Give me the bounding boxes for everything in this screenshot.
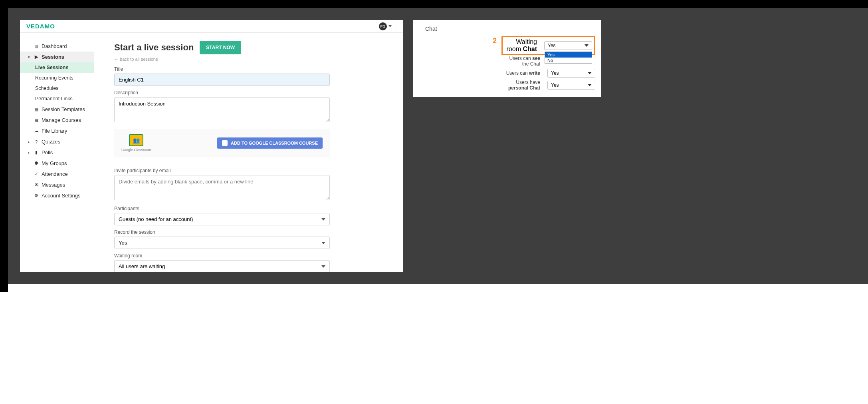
invite-label: Invite participants by email	[114, 168, 330, 173]
help-icon: ?	[34, 139, 39, 144]
chat-settings-panel: Chat 2 Waiting room Chat Yes Yes	[413, 20, 601, 97]
users-see-chat-label: Users can see the Chat	[501, 56, 540, 67]
dropdown-option-no[interactable]: No	[545, 58, 592, 63]
sidebar-label: Permanent Links	[35, 96, 73, 101]
chevron-down-icon: ▾	[28, 55, 31, 59]
courses-icon: ▦	[34, 117, 39, 123]
sidebar-label: Account Settings	[42, 193, 81, 199]
sidebar-item-polls[interactable]: ▸▮ Polls	[20, 147, 94, 158]
sidebar-label: Messages	[42, 182, 65, 188]
poll-icon: ▮	[34, 150, 39, 155]
invite-textarea[interactable]	[114, 175, 330, 200]
page-title: Start a live session	[114, 42, 194, 53]
logo: VEDAMO	[26, 23, 55, 30]
gear-icon: ⚙	[34, 193, 39, 198]
sidebar-label: Schedules	[35, 86, 58, 91]
record-label: Record the session	[114, 229, 330, 235]
sidebar-label: File Library	[42, 128, 67, 134]
play-icon: ▶	[34, 54, 39, 60]
sidebar-item-session-templates[interactable]: ▤ Session Templates	[20, 104, 94, 115]
sidebar-item-schedules[interactable]: Schedules	[20, 83, 94, 94]
sidebar-label: Recurring Events	[35, 75, 73, 81]
sidebar-item-permanent-links[interactable]: Permanent Links	[20, 94, 94, 104]
sidebar-label: My Groups	[42, 160, 67, 166]
main-content: Start a live session START NOW ← back to…	[94, 33, 403, 272]
sidebar-item-dashboard[interactable]: ▥ Dashboard	[20, 41, 94, 52]
waiting-room-chat-dropdown: Yes No	[545, 52, 592, 64]
google-classroom-card: 👥 Google Classroom ADD TO GOOGLE CLASSRO…	[114, 129, 330, 157]
main-app-window: VEDAMO PG ▥ Dashboard ▾▶ Ses	[20, 20, 403, 272]
users-write-label: Users can write	[501, 70, 540, 76]
back-link[interactable]: ← back to all sessions	[114, 57, 158, 62]
avatar: PG	[379, 22, 387, 30]
personal-chat-label: Users have personal Chat	[501, 80, 540, 91]
annotation-2: 2	[493, 37, 497, 45]
mail-icon: ✉	[34, 182, 39, 187]
sidebar-item-quizzes[interactable]: ▸? Quizzes	[20, 136, 94, 147]
chevron-right-icon: ▸	[28, 140, 31, 144]
chevron-down-icon	[388, 25, 392, 27]
waiting-room-chat-highlight: Waiting room Chat Yes Yes No	[501, 36, 595, 55]
chevron-right-icon: ▸	[28, 151, 31, 155]
waiting-room-label: Waiting room	[114, 253, 330, 259]
attendance-icon: ✓	[34, 171, 39, 177]
participants-select[interactable]: Guests (no need for an account)	[114, 213, 330, 225]
start-now-button[interactable]: START NOW	[200, 41, 241, 54]
google-classroom-icon: 👥	[129, 134, 143, 146]
sidebar-item-recurring-events[interactable]: Recurring Events	[20, 73, 94, 83]
google-icon	[222, 140, 228, 146]
record-select[interactable]: Yes	[114, 237, 330, 249]
cloud-icon: ☁	[34, 128, 39, 133]
sidebar: ▥ Dashboard ▾▶ Sessions Live Sessions Re…	[20, 33, 94, 272]
title-input[interactable]	[114, 74, 330, 86]
sidebar-item-my-groups[interactable]: ⚉ My Groups	[20, 158, 94, 169]
template-icon: ▤	[34, 107, 39, 112]
sidebar-item-messages[interactable]: ✉ Messages	[20, 179, 94, 190]
groups-icon: ⚉	[34, 161, 39, 166]
sidebar-item-sessions[interactable]: ▾▶ Sessions	[20, 52, 94, 62]
sidebar-item-file-library[interactable]: ☁ File Library	[20, 125, 94, 136]
sidebar-item-attendance[interactable]: ✓ Attendance	[20, 169, 94, 179]
sidebar-item-manage-courses[interactable]: ▦ Manage Courses	[20, 115, 94, 125]
waiting-room-chat-label: Waiting room Chat	[505, 38, 537, 53]
sidebar-item-live-sessions[interactable]: Live Sessions	[20, 62, 94, 73]
waiting-room-select[interactable]: All users are waiting	[114, 260, 330, 272]
sidebar-label: Sessions	[42, 54, 64, 60]
google-classroom-caption: Google Classroom	[121, 148, 151, 152]
sidebar-item-account-settings[interactable]: ⚙ Account Settings	[20, 190, 94, 201]
sidebar-label: Dashboard	[42, 43, 67, 49]
add-google-classroom-button[interactable]: ADD TO GOOGLE CLASSROOM COURSE	[217, 137, 323, 149]
dashboard-icon: ▥	[34, 44, 39, 49]
description-textarea[interactable]: Introduction Session	[114, 97, 330, 122]
waiting-room-chat-select[interactable]: Yes	[544, 41, 592, 50]
sidebar-label: Polls	[42, 149, 53, 155]
personal-chat-select[interactable]: Yes	[547, 81, 595, 90]
users-write-select[interactable]: Yes	[547, 69, 595, 78]
user-menu[interactable]: PG	[379, 22, 396, 30]
chat-panel-title: Chat	[425, 26, 595, 32]
sidebar-label: Session Templates	[42, 106, 85, 112]
sidebar-label: Live Sessions	[35, 65, 68, 70]
sidebar-label: Attendance	[42, 171, 68, 177]
sidebar-label: Quizzes	[42, 139, 60, 145]
description-label: Description	[114, 90, 330, 96]
participants-label: Participants	[114, 206, 330, 211]
topbar: VEDAMO PG	[20, 20, 403, 33]
sidebar-label: Manage Courses	[42, 117, 81, 123]
dropdown-option-yes[interactable]: Yes	[545, 52, 592, 58]
title-label: Title	[114, 66, 330, 72]
